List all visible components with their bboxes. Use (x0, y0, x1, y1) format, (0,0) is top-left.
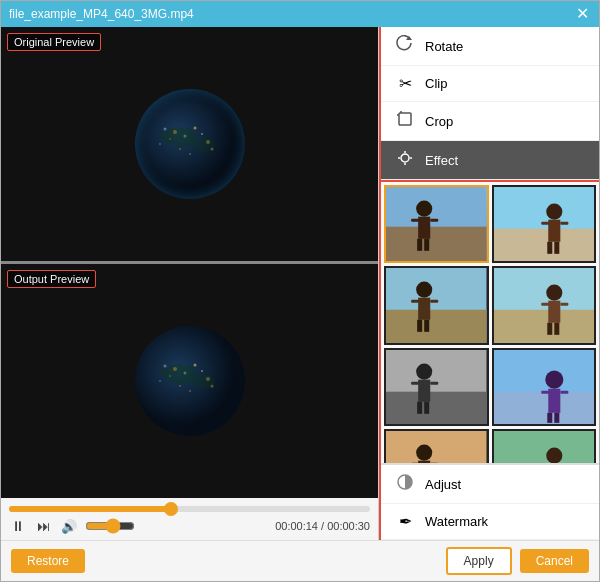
main-content: Original Preview (1, 27, 599, 540)
effect-cell-6[interactable] (492, 348, 597, 426)
effect-icon (395, 149, 415, 171)
svg-rect-72 (417, 402, 422, 414)
earth-graphic (130, 84, 250, 204)
svg-rect-53 (418, 298, 430, 320)
close-button[interactable]: ✕ (574, 6, 591, 22)
svg-rect-62 (541, 303, 549, 306)
output-preview-label: Output Preview (7, 270, 96, 288)
main-window: file_example_MP4_640_3MG.mp4 ✕ Original … (0, 0, 600, 582)
volume-icon: 🔊 (61, 519, 77, 534)
svg-point-29 (401, 154, 409, 162)
svg-rect-51 (386, 310, 487, 343)
effect-cell-2[interactable] (492, 185, 597, 263)
svg-rect-56 (417, 320, 422, 332)
effect-thumbnail-3 (386, 268, 487, 342)
svg-rect-40 (417, 239, 422, 251)
original-preview-section: Original Preview (1, 27, 378, 261)
step-button[interactable]: ⏭ (35, 518, 53, 534)
effect-cell-4[interactable] (492, 266, 597, 344)
svg-rect-90 (494, 431, 595, 464)
effect-thumbnail-8 (494, 431, 595, 464)
tool-effect[interactable]: Effect (381, 141, 599, 180)
effect-thumbnail-6 (494, 350, 595, 424)
svg-rect-47 (560, 222, 568, 225)
svg-rect-82 (386, 431, 487, 464)
tool-rotate[interactable]: Rotate (381, 27, 599, 66)
title-bar: file_example_MP4_640_3MG.mp4 ✕ (1, 1, 599, 27)
tool-menu: Rotate ✂ Clip Crop (381, 27, 599, 180)
effect-label: Effect (425, 153, 458, 168)
output-preview-section: Output Preview (1, 264, 378, 498)
svg-rect-43 (494, 229, 595, 262)
tool-crop[interactable]: Crop (381, 102, 599, 141)
crop-label: Crop (425, 114, 453, 129)
effect-cell-5[interactable] (384, 348, 489, 426)
effect-cell-3[interactable] (384, 266, 489, 344)
svg-point-84 (416, 445, 432, 461)
effect-thumbnail-7 (386, 431, 487, 464)
bottom-bar: Restore Apply Cancel (1, 540, 599, 581)
rotate-label: Rotate (425, 39, 463, 54)
tool-watermark[interactable]: ✒ Watermark (381, 504, 599, 540)
restore-button[interactable]: Restore (11, 549, 85, 573)
svg-rect-46 (541, 222, 549, 225)
svg-rect-78 (541, 390, 549, 393)
tool-adjust[interactable]: Adjust (381, 465, 599, 504)
svg-rect-67 (386, 391, 487, 424)
svg-rect-48 (547, 242, 552, 254)
svg-rect-80 (547, 413, 552, 423)
svg-rect-69 (418, 379, 430, 401)
svg-rect-71 (430, 381, 438, 384)
svg-rect-75 (494, 391, 595, 424)
svg-rect-59 (494, 310, 595, 343)
crop-icon (395, 110, 415, 132)
svg-rect-61 (548, 301, 560, 323)
pause-button[interactable]: ⏸ (9, 518, 27, 534)
clip-label: Clip (425, 76, 447, 91)
bottom-tools: Adjust ✒ Watermark (381, 464, 599, 540)
effect-thumbnail-1 (386, 187, 487, 261)
svg-rect-26 (399, 113, 411, 125)
svg-point-36 (416, 201, 432, 217)
svg-point-44 (546, 204, 562, 220)
tool-clip[interactable]: ✂ Clip (381, 66, 599, 102)
svg-rect-41 (424, 239, 429, 251)
effect-cell-8[interactable] (492, 429, 597, 464)
progress-bar[interactable] (9, 506, 370, 512)
time-display: 00:00:14 / 00:00:30 (275, 520, 370, 532)
svg-rect-45 (548, 220, 560, 242)
cancel-button[interactable]: Cancel (520, 549, 589, 573)
svg-rect-57 (424, 320, 429, 332)
svg-rect-65 (554, 323, 559, 335)
effect-grid (381, 182, 599, 464)
window-title: file_example_MP4_640_3MG.mp4 (9, 7, 194, 21)
svg-rect-73 (424, 402, 429, 414)
effect-thumbnail-5 (386, 350, 487, 424)
svg-rect-63 (560, 303, 568, 306)
svg-point-17 (193, 364, 196, 367)
time-current: 00:00:14 (275, 520, 318, 532)
clip-icon: ✂ (395, 74, 415, 93)
svg-point-52 (416, 282, 432, 298)
effect-grid-container (381, 180, 599, 464)
effect-cell-1[interactable] (384, 185, 489, 263)
svg-point-60 (546, 285, 562, 301)
rotate-icon (395, 35, 415, 57)
svg-point-68 (416, 363, 432, 379)
output-video-area (1, 264, 378, 498)
svg-point-76 (545, 370, 563, 388)
volume-slider[interactable] (85, 518, 135, 534)
svg-point-22 (189, 390, 191, 392)
effect-cell-7[interactable] (384, 429, 489, 464)
apply-button[interactable]: Apply (446, 547, 512, 575)
svg-point-92 (546, 448, 562, 464)
adjust-label: Adjust (425, 477, 461, 492)
right-panel: Rotate ✂ Clip Crop (379, 27, 599, 540)
svg-rect-38 (411, 219, 419, 222)
effect-thumbnail-4 (494, 268, 595, 342)
original-video-area (1, 27, 378, 261)
earth-output-graphic (130, 321, 250, 441)
svg-rect-81 (554, 413, 559, 423)
svg-point-18 (201, 370, 203, 372)
original-preview-label: Original Preview (7, 33, 101, 51)
